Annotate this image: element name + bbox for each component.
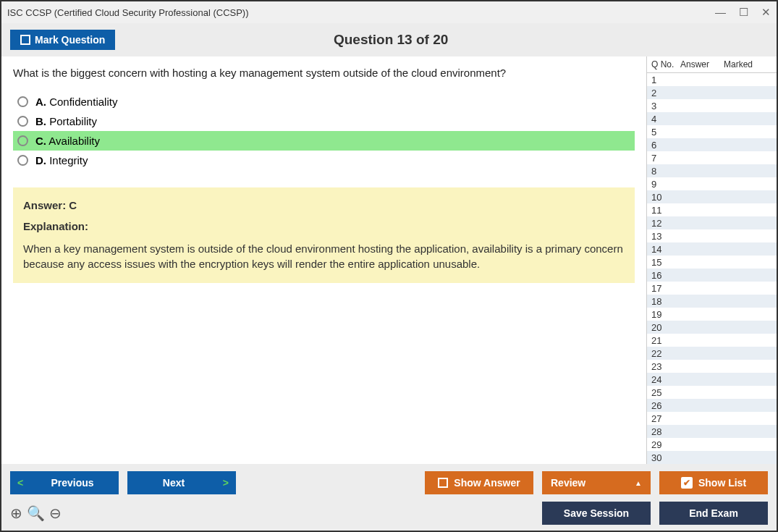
question-list-header: Q No. Answer Marked: [647, 56, 777, 73]
question-list-row[interactable]: 15: [647, 256, 777, 269]
question-list-row[interactable]: 14: [647, 242, 777, 256]
question-list-row[interactable]: 7: [647, 151, 777, 164]
question-list-panel: Q No. Answer Marked 12345678910111213141…: [646, 56, 777, 464]
zoom-reset-icon[interactable]: ⊕: [10, 504, 22, 522]
main-area: What is the biggest concern with hosting…: [1, 56, 777, 464]
question-list-row[interactable]: 25: [647, 386, 777, 399]
question-list-row[interactable]: 19: [647, 308, 777, 321]
radio-icon[interactable]: [17, 135, 28, 146]
question-list-row[interactable]: 6: [647, 138, 777, 151]
row-qno: 13: [647, 231, 680, 242]
choice-d[interactable]: D. Integrity: [13, 151, 635, 170]
question-content: What is the biggest concern with hosting…: [1, 56, 646, 464]
question-list-row[interactable]: 21: [647, 334, 777, 347]
footer-row-1: < Previous Next > Show Answer Review ▲ ✔…: [10, 471, 768, 494]
previous-button[interactable]: < Previous: [10, 471, 119, 494]
row-qno: 4: [647, 114, 680, 124]
answer-panel: Answer: C Explanation: When a key manage…: [13, 187, 635, 283]
mark-question-button[interactable]: Mark Question: [10, 30, 115, 50]
question-list-row[interactable]: 2: [647, 86, 777, 99]
zoom-controls: ⊕ 🔍 ⊖: [10, 504, 62, 522]
radio-icon[interactable]: [17, 96, 28, 107]
minimize-icon[interactable]: —: [715, 6, 726, 19]
header-bar: Mark Question Question 13 of 20: [1, 23, 777, 56]
question-list[interactable]: 1234567891011121314151617181920212223242…: [647, 73, 777, 464]
show-list-label: Show List: [698, 477, 746, 489]
question-list-row[interactable]: 3: [647, 99, 777, 112]
review-button[interactable]: Review ▲: [542, 471, 651, 494]
row-qno: 24: [647, 374, 680, 385]
question-list-row[interactable]: 29: [647, 438, 777, 451]
mark-question-label: Mark Question: [35, 34, 105, 46]
checkbox-icon: [20, 35, 30, 45]
chevron-left-icon: <: [17, 477, 23, 489]
question-list-row[interactable]: 23: [647, 360, 777, 373]
explanation-label: Explanation:: [23, 220, 625, 232]
radio-icon[interactable]: [17, 155, 28, 166]
col-answer: Answer: [680, 59, 724, 69]
question-list-row[interactable]: 22: [647, 347, 777, 360]
save-session-label: Save Session: [564, 507, 629, 519]
question-list-row[interactable]: 30: [647, 451, 777, 464]
row-qno: 10: [647, 192, 680, 203]
explanation-text: When a key management system is outside …: [23, 241, 625, 271]
show-answer-label: Show Answer: [454, 477, 520, 489]
question-list-row[interactable]: 16: [647, 269, 777, 282]
choice-label: B. Portability: [35, 115, 97, 127]
next-label: Next: [163, 477, 185, 489]
question-list-row[interactable]: 4: [647, 112, 777, 125]
question-list-row[interactable]: 27: [647, 412, 777, 425]
choices-list: A. ConfidentialityB. PortabilityC. Avail…: [13, 92, 635, 170]
row-qno: 3: [647, 101, 680, 111]
radio-icon[interactable]: [17, 116, 28, 127]
row-qno: 23: [647, 361, 680, 372]
question-list-row[interactable]: 17: [647, 282, 777, 295]
row-qno: 18: [647, 296, 680, 307]
choice-b[interactable]: B. Portability: [13, 111, 635, 131]
choice-label: D. Integrity: [35, 154, 88, 166]
footer: < Previous Next > Show Answer Review ▲ ✔…: [1, 464, 777, 531]
choice-label: C. Availability: [35, 135, 100, 147]
choice-c[interactable]: C. Availability: [13, 131, 635, 151]
end-exam-button[interactable]: End Exam: [659, 502, 768, 525]
question-list-row[interactable]: 26: [647, 399, 777, 412]
row-qno: 20: [647, 322, 680, 333]
question-list-row[interactable]: 13: [647, 229, 777, 242]
question-list-row[interactable]: 11: [647, 203, 777, 216]
chevron-right-icon: >: [223, 477, 229, 489]
question-list-row[interactable]: 10: [647, 190, 777, 203]
maximize-icon[interactable]: ☐: [739, 6, 748, 19]
choice-a[interactable]: A. Confidentiality: [13, 92, 635, 111]
footer-row-2: ⊕ 🔍 ⊖ Save Session End Exam: [10, 502, 768, 525]
question-list-row[interactable]: 5: [647, 125, 777, 138]
question-text: What is the biggest concern with hosting…: [13, 67, 635, 79]
row-qno: 21: [647, 335, 680, 346]
question-list-row[interactable]: 12: [647, 216, 777, 229]
question-list-row[interactable]: 24: [647, 373, 777, 386]
save-session-button[interactable]: Save Session: [542, 502, 651, 525]
next-button[interactable]: Next >: [127, 471, 236, 494]
question-list-row[interactable]: 9: [647, 177, 777, 190]
window-title: ISC CCSP (Certified Cloud Security Profe…: [7, 7, 715, 18]
question-list-row[interactable]: 28: [647, 425, 777, 438]
check-icon: ✔: [681, 477, 693, 489]
zoom-in-icon[interactable]: 🔍: [27, 504, 45, 522]
window-controls: — ☐ ✕: [715, 6, 771, 19]
row-qno: 9: [647, 179, 680, 190]
question-list-row[interactable]: 20: [647, 321, 777, 334]
previous-label: Previous: [51, 477, 93, 489]
question-list-row[interactable]: 1: [647, 73, 777, 86]
close-icon[interactable]: ✕: [761, 6, 771, 19]
end-exam-label: End Exam: [689, 507, 738, 519]
question-list-row[interactable]: 8: [647, 164, 777, 177]
row-qno: 17: [647, 283, 680, 294]
col-qno: Q No.: [647, 59, 680, 69]
titlebar: ISC CCSP (Certified Cloud Security Profe…: [1, 1, 777, 23]
question-list-row[interactable]: 18: [647, 295, 777, 308]
col-marked: Marked: [724, 59, 777, 69]
show-list-button[interactable]: ✔ Show List: [659, 471, 768, 494]
row-qno: 5: [647, 127, 680, 138]
row-qno: 26: [647, 400, 680, 411]
zoom-out-icon[interactable]: ⊖: [49, 504, 62, 522]
show-answer-button[interactable]: Show Answer: [425, 471, 533, 494]
